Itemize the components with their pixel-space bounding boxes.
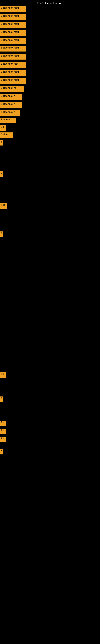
bottleneck-item[interactable]: Bottleneck resu <box>0 70 26 76</box>
bottleneck-item[interactable]: Bottleneck r <box>0 94 22 100</box>
bottleneck-item[interactable]: Bottleneck resu <box>0 38 26 44</box>
bottleneck-item[interactable]: Bottleneck resu <box>0 54 26 60</box>
bottleneck-item[interactable]: Bottleneck resu <box>0 46 26 52</box>
bottleneck-item[interactable]: Bottleneck resu <box>0 6 26 12</box>
bottleneck-item[interactable]: Bo <box>0 437 6 442</box>
bottleneck-item[interactable]: B <box>0 140 3 146</box>
bottleneck-item[interactable]: Bo <box>0 125 6 131</box>
bottleneck-item[interactable]: Bottleneck resu <box>0 78 26 84</box>
bottleneck-item[interactable]: Bottleneck rest <box>0 62 26 68</box>
bottleneck-item[interactable]: Bottleneck re <box>0 86 24 92</box>
bottleneck-item[interactable]: B <box>0 449 3 454</box>
site-title: TheBottlenecker.com <box>0 0 100 6</box>
bottleneck-item[interactable]: Bottleneck resu <box>0 14 26 20</box>
bottleneck-item[interactable]: Bottle <box>0 132 13 138</box>
bottleneck-item[interactable]: Bottleneck r <box>0 110 20 116</box>
bottleneck-item[interactable]: Bottleneck resu <box>0 30 26 36</box>
bottleneck-item[interactable]: Bo <box>0 372 6 378</box>
bottleneck-item[interactable]: B <box>0 396 3 402</box>
bottleneck-item[interactable]: Bottleneck r <box>0 102 22 108</box>
bottleneck-item[interactable]: Bo <box>0 420 6 426</box>
bottleneck-item[interactable]: B <box>0 171 3 177</box>
bottleneck-item[interactable]: Bot <box>0 203 7 209</box>
bottleneck-item[interactable]: B <box>0 232 3 237</box>
bottleneck-item[interactable]: Bo <box>0 429 6 434</box>
bottleneck-item[interactable]: Bottlene <box>0 118 16 123</box>
bottleneck-item[interactable]: Bottleneck resu <box>0 22 26 28</box>
